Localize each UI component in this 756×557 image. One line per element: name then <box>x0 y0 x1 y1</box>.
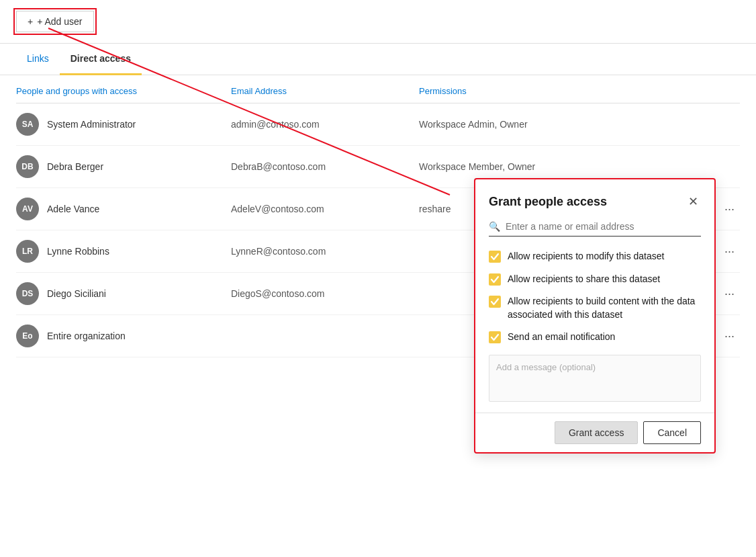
person-cell: DB Debra Berger <box>16 155 231 178</box>
permissions-text: Workspace Admin, Owner <box>419 119 528 130</box>
email-cell: admin@contoso.com <box>231 119 419 130</box>
person-name: Lynne Robbins <box>47 246 109 257</box>
checkbox-build-icon[interactable] <box>489 296 501 308</box>
checkbox-share-icon[interactable] <box>489 273 501 286</box>
avatar: Eo <box>16 325 39 347</box>
page-container: + + Add user Links Direct access People … <box>0 0 756 557</box>
person-cell: AV Adele Vance <box>16 198 231 220</box>
col-header-people: People and groups with access <box>16 86 231 96</box>
tab-direct-access[interactable]: Direct access <box>60 44 142 75</box>
col-header-permissions: Permissions <box>419 86 740 96</box>
checkbox-modify-label: Allow recipients to modify this dataset <box>508 250 664 263</box>
checkbox-email-label: Send an email notification <box>508 331 615 344</box>
email-cell: DiegoS@contoso.com <box>231 288 419 299</box>
modal-title: Grant people access <box>489 195 607 209</box>
avatar: AV <box>16 198 39 220</box>
avatar: SA <box>16 113 39 136</box>
permissions-text: reshare <box>419 204 451 214</box>
tab-links[interactable]: Links <box>16 44 60 75</box>
plus-icon: + <box>28 16 33 27</box>
grant-access-modal: Grant people access ✕ 🔍 Allow recipients… <box>474 178 716 454</box>
close-icon: ✕ <box>688 196 698 208</box>
svg-rect-3 <box>489 296 501 308</box>
permissions-text: Workspace Member, Owner <box>419 161 535 172</box>
top-bar: + + Add user <box>0 0 756 44</box>
checkbox-email-icon[interactable] <box>489 331 501 343</box>
tabs-container: Links Direct access <box>0 44 756 75</box>
search-input[interactable] <box>506 221 701 232</box>
person-name: System Administrator <box>47 119 136 130</box>
person-cell: DS Diego Siciliani <box>16 282 231 305</box>
checkbox-list: Allow recipients to modify this dataset … <box>475 247 714 355</box>
table-header: People and groups with access Email Addr… <box>16 75 740 103</box>
person-name: Entire organization <box>47 331 126 341</box>
search-box: 🔍 <box>489 221 701 237</box>
modal-header: Grant people access ✕ <box>475 179 714 221</box>
person-name: Debra Berger <box>47 161 103 172</box>
modal-footer: Grant access Cancel <box>475 413 714 452</box>
person-cell: SA System Administrator <box>16 113 231 136</box>
permissions-cell: Workspace Member, Owner <box>419 161 740 172</box>
more-options-button[interactable]: ··· <box>719 327 740 345</box>
person-name: Diego Siciliani <box>47 288 106 299</box>
svg-rect-2 <box>489 273 501 286</box>
message-textarea[interactable]: Add a message (optional) <box>489 355 701 402</box>
person-cell: Eo Entire organization <box>16 325 231 347</box>
email-cell: AdeleV@contoso.com <box>231 204 419 214</box>
more-options-button[interactable]: ··· <box>719 200 740 218</box>
add-user-button[interactable]: + + Add user <box>16 11 94 32</box>
avatar: DS <box>16 282 39 305</box>
svg-rect-1 <box>489 251 501 263</box>
svg-rect-4 <box>489 331 501 343</box>
close-button[interactable]: ✕ <box>686 193 701 210</box>
email-cell: LynneR@contoso.com <box>231 246 419 257</box>
checkbox-modify-icon[interactable] <box>489 251 501 263</box>
permissions-cell: Workspace Admin, Owner <box>419 119 740 130</box>
cancel-button[interactable]: Cancel <box>643 421 701 444</box>
person-cell: LR Lynne Robbins <box>16 240 231 263</box>
email-cell: DebraB@contoso.com <box>231 161 419 172</box>
grant-access-button[interactable]: Grant access <box>555 421 638 444</box>
search-icon: 🔍 <box>489 221 500 232</box>
checkbox-share-label: Allow recipients to share this dataset <box>508 273 660 286</box>
checkbox-item: Allow recipients to build content with t… <box>489 295 701 321</box>
add-user-label: + Add user <box>37 16 82 27</box>
more-options-button[interactable]: ··· <box>719 243 740 260</box>
avatar: DB <box>16 155 39 178</box>
avatar: LR <box>16 240 39 263</box>
col-header-email: Email Address <box>231 86 419 96</box>
checkbox-item: Allow recipients to share this dataset <box>489 273 701 286</box>
checkbox-item: Send an email notification <box>489 331 701 344</box>
checkbox-item: Allow recipients to modify this dataset <box>489 250 701 263</box>
checkbox-build-label: Allow recipients to build content with t… <box>508 295 701 321</box>
more-options-button[interactable]: ··· <box>719 285 740 302</box>
person-name: Adele Vance <box>47 204 99 214</box>
table-row: SA System Administrator admin@contoso.co… <box>16 103 740 146</box>
